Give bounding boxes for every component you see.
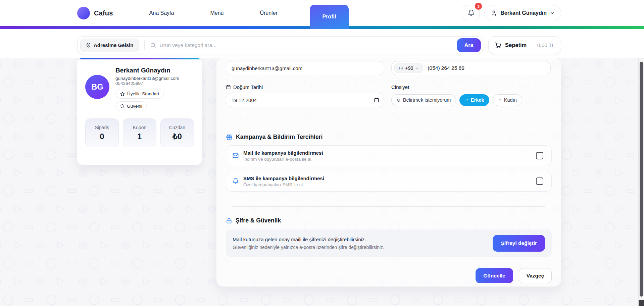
birthdate-label: Doğum Tarihi bbox=[226, 84, 384, 90]
cafus-logo-icon bbox=[77, 7, 90, 19]
sms-notification-option: SMS ile kampanya bilgilendirmesi Özel ka… bbox=[226, 171, 552, 192]
country-code-select[interactable]: TR +90 bbox=[394, 63, 423, 73]
cart-label: Sepetim bbox=[505, 42, 527, 48]
stat-orders-label: Sipariş bbox=[95, 125, 109, 130]
sms-option-title: SMS ile kampanya bilgilendirmesi bbox=[243, 175, 324, 181]
search-bar: Adresime Gelsin Ara bbox=[77, 36, 483, 54]
email-field[interactable] bbox=[226, 61, 384, 75]
page-content: ◎▷◎▷◎▷◎▷◎▷◎▷◎▷◎▷◎▷◎▷◎▷◎▷◎▷◎▷◎▷◎◯▭◯▭◯▭◯▭◯… bbox=[0, 58, 644, 306]
avatar: BG bbox=[85, 75, 109, 99]
stat-orders: Sipariş 0 bbox=[85, 118, 119, 147]
profile-summary-card: BG Berkant Günaydın gunaydinberkant13@gm… bbox=[77, 58, 202, 165]
sms-option-subtitle: Özel kampanyaları SMS ile al. bbox=[243, 182, 324, 187]
nav-link-ana-sayfa[interactable]: Ana Sayfa bbox=[149, 10, 174, 16]
gender-option-unspecified[interactable]: ⊖ Belirtmek istemiyorum bbox=[391, 94, 456, 106]
notifications-button[interactable]: 3 bbox=[463, 5, 480, 21]
gender-female-label: Kadın bbox=[504, 97, 517, 103]
phone-field[interactable]: TR +90 (054) 264 25 69 bbox=[391, 61, 551, 75]
profile-name: Berkant Günaydın bbox=[115, 67, 179, 74]
search-input[interactable] bbox=[159, 42, 457, 48]
search-strip: Adresime Gelsin Ara Sepetim 0,00 TL bbox=[0, 29, 644, 58]
section-divider bbox=[233, 206, 545, 207]
gender-option-female[interactable]: ♀ Kadın bbox=[493, 94, 522, 106]
datepicker-icon[interactable] bbox=[374, 97, 379, 103]
section-divider bbox=[233, 123, 545, 123]
birthdate-value: 19.12.2004 bbox=[232, 97, 257, 103]
birthdate-input[interactable]: 19.12.2004 bbox=[226, 93, 384, 107]
female-icon: ♀ bbox=[498, 97, 502, 103]
divider bbox=[144, 40, 145, 50]
chevron-down-icon bbox=[550, 11, 555, 15]
gender-unspecified-label: Belirtmek istemiyorum bbox=[403, 97, 451, 103]
calendar-icon bbox=[226, 85, 231, 90]
gender-options: ⊖ Belirtmek istemiyorum ♂ Erkek ♀ Kadın bbox=[391, 93, 522, 107]
tab-profil-label: Profil bbox=[322, 14, 336, 20]
search-icon bbox=[150, 42, 156, 48]
cart-total: 0,00 TL bbox=[537, 42, 555, 48]
stat-orders-value: 0 bbox=[100, 132, 104, 141]
profile-phone: 05426425697 bbox=[115, 81, 179, 86]
mail-option-title: Mail ile kampanya bilgilendirmesi bbox=[243, 150, 323, 156]
star-icon bbox=[120, 92, 125, 96]
phone-value: (054) 264 25 69 bbox=[428, 65, 464, 71]
top-navigation-bar: Cafus Ana Sayfa Menü Ürünler Profil 3 Be… bbox=[0, 0, 644, 26]
mail-icon bbox=[232, 152, 239, 159]
nav-link-urunler[interactable]: Ürünler bbox=[260, 10, 277, 16]
change-password-button[interactable]: Şifreyi değiştir bbox=[493, 235, 545, 252]
user-name: Berkant Günaydın bbox=[500, 10, 547, 16]
secure-badge: Güvenli bbox=[115, 101, 147, 111]
location-pin-icon bbox=[86, 43, 91, 48]
delivery-address-label: Adresime Gelsin bbox=[94, 42, 133, 48]
security-section-header: Şifre & Güvenlik bbox=[226, 217, 552, 224]
stat-wallet: Cüzdan ₺0 bbox=[160, 118, 194, 147]
membership-badge-label: Üyelik: Standart bbox=[127, 91, 159, 96]
tab-profil-active[interactable]: Profil bbox=[310, 5, 349, 29]
chevron-down-icon bbox=[415, 66, 419, 70]
profile-email: gunaydinberkant13@gmail.com bbox=[115, 76, 179, 81]
brand-name: Cafus bbox=[94, 9, 113, 17]
user-icon bbox=[491, 10, 497, 16]
birthdate-label-text: Doğum Tarihi bbox=[233, 84, 263, 90]
gift-icon bbox=[226, 134, 233, 141]
notification-count-badge: 3 bbox=[475, 3, 482, 10]
mail-option-subtitle: İndirim ve duyuruları e-posta ile al. bbox=[243, 157, 323, 162]
update-button[interactable]: Güncelle bbox=[476, 268, 513, 283]
gender-option-male-selected[interactable]: ♂ Erkek bbox=[459, 94, 489, 106]
search-submit-button[interactable]: Ara bbox=[457, 38, 481, 52]
mail-notification-option: Mail ile kampanya bilgilendirmesi İndiri… bbox=[226, 145, 552, 166]
password-info-box: Mail kutunuza gelen onay maili ile şifre… bbox=[226, 230, 552, 257]
male-icon: ♂ bbox=[465, 97, 468, 103]
secure-badge-label: Güvenli bbox=[127, 104, 142, 109]
gender-male-label: Erkek bbox=[471, 97, 484, 103]
scrollbar-thumb[interactable] bbox=[640, 62, 643, 297]
delivery-address-button[interactable]: Adresime Gelsin bbox=[80, 39, 139, 52]
password-info-line2: Güvenliğiniz nedeniyle yalnızca e-posta … bbox=[233, 245, 384, 250]
stat-coupons-value: 1 bbox=[138, 132, 142, 141]
profile-form-panel: TR +90 (054) 264 25 69 Doğum Tarihi Cins… bbox=[216, 58, 561, 287]
membership-badge: Üyelik: Standart bbox=[115, 89, 164, 99]
stat-wallet-value: ₺0 bbox=[172, 132, 182, 141]
gender-label-text: Cinsiyet bbox=[391, 84, 409, 90]
country-code: +90 bbox=[405, 65, 413, 71]
cart-button[interactable]: Sepetim 0,00 TL bbox=[488, 36, 561, 54]
security-section-title: Şifre & Güvenlik bbox=[236, 217, 281, 224]
scrollbar-down-button[interactable] bbox=[639, 300, 644, 306]
bell-icon bbox=[467, 9, 475, 17]
sms-notification-checkbox[interactable] bbox=[536, 177, 543, 185]
stat-wallet-label: Cüzdan bbox=[169, 125, 185, 130]
password-info-line1: Mail kutunuza gelen onay maili ile şifre… bbox=[233, 237, 384, 242]
mail-notification-checkbox[interactable] bbox=[536, 152, 543, 159]
gender-unspecified-icon: ⊖ bbox=[397, 97, 401, 103]
nav-link-menu[interactable]: Menü bbox=[210, 10, 224, 16]
vertical-scrollbar[interactable] bbox=[638, 58, 644, 306]
sms-bell-icon bbox=[232, 178, 239, 185]
stat-coupons: Kupon 1 bbox=[123, 118, 156, 147]
notifications-section-title: Kampanya & Bildirim Tercihleri bbox=[236, 134, 323, 141]
notifications-section-header: Kampanya & Bildirim Tercihleri bbox=[226, 134, 552, 141]
stat-coupons-label: Kupon bbox=[133, 125, 146, 130]
lock-icon bbox=[226, 217, 232, 224]
country-abbr: TR bbox=[398, 66, 403, 70]
cancel-button[interactable]: Vazgeç bbox=[519, 268, 552, 283]
user-menu-button[interactable]: Berkant Günaydın bbox=[484, 5, 561, 21]
shield-icon bbox=[120, 104, 125, 108]
